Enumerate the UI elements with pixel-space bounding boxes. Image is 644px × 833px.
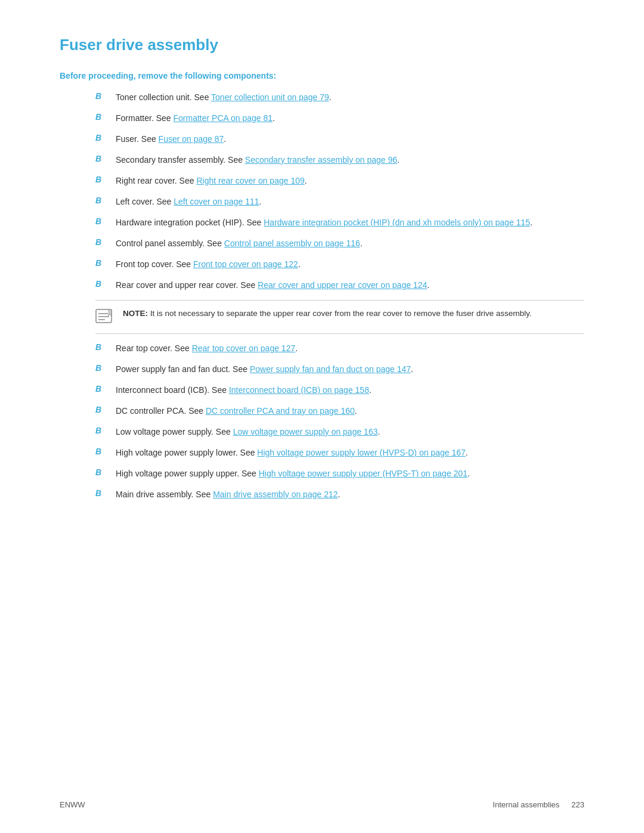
- list-item: BLow voltage power supply. See Low volta…: [60, 426, 584, 438]
- item-link[interactable]: Secondary transfer assembly on page 96: [245, 155, 397, 165]
- list-item: BControl panel assembly. See Control pan…: [60, 237, 584, 250]
- bullet-b: B: [95, 154, 107, 163]
- item-text: Formatter. See Formatter PCA on page 81.: [116, 112, 275, 125]
- item-link[interactable]: Rear top cover on page 127: [192, 343, 296, 353]
- item-link[interactable]: Interconnect board (ICB) on page 158: [229, 385, 369, 395]
- list-item: BFuser. See Fuser on page 87.: [60, 133, 584, 145]
- list-item: BMain drive assembly. See Main drive ass…: [60, 488, 584, 501]
- list-item: BHardware integration pocket (HIP). See …: [60, 216, 584, 229]
- list-item: BHigh voltage power supply lower. See Hi…: [60, 447, 584, 459]
- item-text: Low voltage power supply. See Low voltag…: [116, 426, 380, 438]
- item-link[interactable]: Rear cover and upper rear cover on page …: [258, 280, 427, 290]
- item-text: Control panel assembly. See Control pane…: [116, 237, 363, 250]
- footer-section: Internal assemblies: [493, 800, 559, 809]
- item-text: Front top cover. See Front top cover on …: [116, 258, 301, 271]
- list-item: BLeft cover. See Left cover on page 111.: [60, 196, 584, 208]
- note-box: NOTE: It is not necessary to separate th…: [95, 300, 584, 334]
- list-item: BDC controller PCA. See DC controller PC…: [60, 405, 584, 417]
- bullet-b: B: [95, 488, 107, 498]
- item-link[interactable]: Front top cover on page 122: [193, 259, 298, 269]
- bullet-b: B: [95, 447, 107, 456]
- list-item: BPower supply fan and fan duct. See Powe…: [60, 363, 584, 376]
- list-item: BRear cover and upper rear cover. See Re…: [60, 279, 584, 292]
- list-item: BInterconnect board (ICB). See Interconn…: [60, 384, 584, 397]
- item-text: Rear top cover. See Rear top cover on pa…: [116, 342, 298, 355]
- list-item: BToner collection unit. See Toner collec…: [60, 91, 584, 104]
- section-header: Before proceeding, remove the following …: [60, 71, 584, 80]
- note-label: NOTE:: [123, 309, 150, 318]
- item-text: Secondary transfer assembly. See Seconda…: [116, 154, 400, 166]
- bullet-b: B: [95, 216, 107, 226]
- bullet-b: B: [95, 467, 107, 477]
- footer-page: 223: [571, 800, 584, 809]
- bullet-b: B: [95, 112, 107, 122]
- item-text: Left cover. See Left cover on page 111.: [116, 196, 261, 208]
- item-text: Rear cover and upper rear cover. See Rea…: [116, 279, 429, 292]
- item-text: Interconnect board (ICB). See Interconne…: [116, 384, 371, 397]
- item-link[interactable]: High voltage power supply lower (HVPS-D)…: [257, 448, 465, 457]
- note-content: NOTE: It is not necessary to separate th…: [123, 308, 532, 320]
- bullet-b: B: [95, 363, 107, 373]
- list-item: BFront top cover. See Front top cover on…: [60, 258, 584, 271]
- item-link[interactable]: Toner collection unit on page 79: [211, 92, 329, 102]
- item-link[interactable]: Fuser on page 87: [159, 134, 224, 144]
- item-text: High voltage power supply upper. See Hig…: [116, 467, 470, 480]
- item-text: Power supply fan and fan duct. See Power…: [116, 363, 413, 376]
- item-text: High voltage power supply lower. See Hig…: [116, 447, 468, 459]
- page-title: Fuser drive assembly: [60, 36, 584, 54]
- item-link[interactable]: Hardware integration pocket (HIP) (dn an…: [264, 218, 530, 227]
- bullet-b: B: [95, 426, 107, 435]
- bullet-b: B: [95, 258, 107, 268]
- item-link[interactable]: High voltage power supply upper (HVPS-T)…: [259, 469, 467, 478]
- item-link[interactable]: DC controller PCA and tray on page 160: [206, 406, 355, 416]
- bullet-b: B: [95, 133, 107, 143]
- page-footer: ENWW Internal assemblies 223: [60, 800, 584, 809]
- items-list: BToner collection unit. See Toner collec…: [60, 91, 584, 501]
- bullet-b: B: [95, 91, 107, 101]
- note-icon: [95, 308, 118, 326]
- bullet-b: B: [95, 405, 107, 414]
- item-link[interactable]: Power supply fan and fan duct on page 14…: [250, 364, 411, 374]
- list-item: BRear top cover. See Rear top cover on p…: [60, 342, 584, 355]
- item-text: DC controller PCA. See DC controller PCA…: [116, 405, 357, 417]
- bullet-b: B: [95, 342, 107, 352]
- bullet-b: B: [95, 384, 107, 394]
- footer-left: ENWW: [60, 800, 85, 809]
- item-text: Hardware integration pocket (HIP). See H…: [116, 216, 532, 229]
- item-text: Main drive assembly. See Main drive asse…: [116, 488, 340, 501]
- list-item: BRight rear cover. See Right rear cover …: [60, 175, 584, 187]
- list-item: BHigh voltage power supply upper. See Hi…: [60, 467, 584, 480]
- item-link[interactable]: Control panel assembly on page 116: [224, 239, 360, 248]
- item-text: Toner collection unit. See Toner collect…: [116, 91, 332, 104]
- item-link[interactable]: Right rear cover on page 109: [196, 176, 304, 185]
- list-item: BSecondary transfer assembly. See Second…: [60, 154, 584, 166]
- item-text: Fuser. See Fuser on page 87.: [116, 133, 226, 145]
- footer-right: Internal assemblies 223: [493, 800, 584, 809]
- bullet-b: B: [95, 175, 107, 184]
- item-link[interactable]: Low voltage power supply on page 163: [233, 427, 378, 436]
- bullet-b: B: [95, 279, 107, 289]
- page-container: Fuser drive assembly Before proceeding, …: [0, 0, 644, 557]
- bullet-b: B: [95, 196, 107, 205]
- item-link[interactable]: Main drive assembly on page 212: [213, 490, 338, 499]
- list-item: BFormatter. See Formatter PCA on page 81…: [60, 112, 584, 125]
- item-link[interactable]: Left cover on page 111: [174, 197, 259, 206]
- item-text: Right rear cover. See Right rear cover o…: [116, 175, 307, 187]
- bullet-b: B: [95, 237, 107, 247]
- item-link[interactable]: Formatter PCA on page 81: [173, 113, 273, 123]
